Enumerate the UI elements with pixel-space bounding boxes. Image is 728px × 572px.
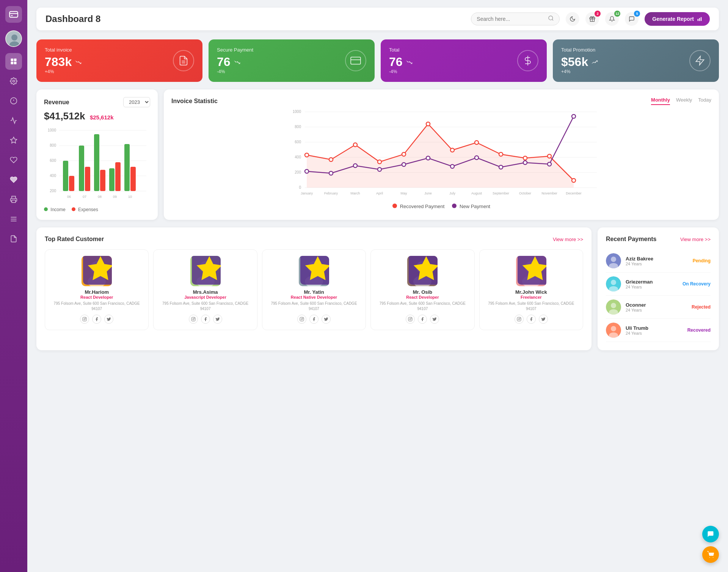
svg-point-141 bbox=[611, 257, 616, 262]
instagram-icon[interactable] bbox=[406, 315, 415, 324]
sidebar-item-settings[interactable] bbox=[5, 73, 22, 89]
svg-rect-44 bbox=[79, 146, 84, 191]
sidebar-item-menu[interactable] bbox=[5, 211, 22, 227]
sidebar-logo[interactable] bbox=[5, 6, 22, 23]
invoice-chart-header: Invoice Statistic Monthly Weekly Today bbox=[171, 97, 711, 105]
svg-marker-136 bbox=[522, 256, 546, 280]
income-dot bbox=[44, 207, 48, 211]
svg-point-102 bbox=[523, 161, 527, 165]
generate-report-button[interactable]: Generate Report bbox=[645, 12, 710, 26]
svg-text:October: October bbox=[519, 191, 531, 195]
payment-name: Uli Trumb bbox=[626, 325, 683, 331]
payment-status: On Recovery bbox=[682, 281, 711, 287]
customer-card: 4.2 Mr. Osib React Developer 795 Folsom … bbox=[370, 249, 474, 330]
sidebar-item-print[interactable] bbox=[5, 191, 22, 208]
svg-rect-51 bbox=[115, 162, 121, 191]
twitter-icon[interactable] bbox=[213, 315, 222, 324]
stat-card-invoice: Total invoice 783k +4% bbox=[36, 39, 202, 82]
instagram-icon[interactable] bbox=[189, 315, 198, 324]
svg-rect-54 bbox=[130, 167, 136, 191]
twitter-icon[interactable] bbox=[430, 315, 439, 324]
twitter-icon[interactable] bbox=[322, 315, 331, 324]
tab-today[interactable]: Today bbox=[698, 97, 711, 105]
bell-badge: 12 bbox=[614, 11, 620, 17]
rating-badge: 4.2 bbox=[409, 256, 438, 285]
payment-age: 24 Years bbox=[626, 331, 683, 335]
svg-text:December: December bbox=[566, 191, 582, 195]
svg-point-132 bbox=[411, 318, 412, 318]
instagram-icon[interactable] bbox=[80, 315, 89, 324]
stat-trend-promotion: +4% bbox=[561, 69, 598, 74]
dark-mode-toggle[interactable] bbox=[566, 12, 579, 26]
rating-badge: 4.2 bbox=[300, 256, 329, 285]
stat-value-invoice: 783k bbox=[45, 55, 82, 69]
payment-info: Aziz Bakree 24 Years bbox=[626, 256, 688, 266]
customer-avatar: 4.2 bbox=[190, 256, 221, 286]
svg-rect-24 bbox=[701, 17, 701, 21]
support-fab[interactable] bbox=[702, 526, 719, 542]
svg-text:800: 800 bbox=[295, 125, 301, 129]
revenue-chart-title: Revenue bbox=[44, 99, 69, 106]
twitter-icon[interactable] bbox=[104, 315, 113, 324]
instagram-icon[interactable] bbox=[515, 315, 524, 324]
sidebar-item-heart[interactable] bbox=[5, 152, 22, 168]
svg-point-144 bbox=[611, 280, 616, 285]
svg-text:09: 09 bbox=[113, 195, 117, 199]
customer-socials bbox=[484, 315, 578, 324]
year-select[interactable]: 2023 2022 2021 bbox=[123, 97, 150, 107]
payment-item: Aziz Bakree 24 Years Pending bbox=[606, 249, 711, 273]
customer-name: Mr. Yatin bbox=[267, 289, 361, 295]
facebook-icon[interactable] bbox=[201, 315, 210, 324]
sidebar bbox=[0, 0, 27, 572]
search-input[interactable] bbox=[477, 16, 545, 22]
avatar[interactable] bbox=[5, 30, 22, 47]
invoice-tabs: Monthly Weekly Today bbox=[651, 97, 711, 105]
svg-text:400: 400 bbox=[50, 174, 56, 178]
sidebar-item-heart2[interactable] bbox=[5, 171, 22, 188]
instagram-icon[interactable] bbox=[297, 315, 306, 324]
search-icon bbox=[548, 15, 554, 23]
customer-role: Javascript Developer bbox=[158, 295, 252, 299]
svg-text:600: 600 bbox=[50, 158, 56, 163]
facebook-icon[interactable] bbox=[527, 315, 536, 324]
stat-icon-total bbox=[517, 50, 538, 71]
bell-icon-btn[interactable]: 12 bbox=[605, 12, 619, 26]
main-content: Dashboard 8 bbox=[27, 0, 728, 572]
stat-trend-payment: -4% bbox=[217, 69, 253, 74]
svg-marker-30 bbox=[696, 56, 704, 65]
twitter-icon[interactable] bbox=[539, 315, 548, 324]
sidebar-item-info[interactable] bbox=[5, 92, 22, 109]
svg-point-152 bbox=[709, 557, 710, 558]
svg-rect-42 bbox=[69, 176, 74, 191]
gift-icon-btn[interactable]: 2 bbox=[585, 12, 599, 26]
search-box[interactable] bbox=[471, 13, 560, 25]
customer-address: 795 Folsom Ave, Suite 600 San Francisco,… bbox=[484, 301, 578, 312]
cart-fab[interactable] bbox=[702, 546, 719, 563]
sidebar-item-favorites[interactable] bbox=[5, 132, 22, 149]
facebook-icon[interactable] bbox=[309, 315, 318, 324]
payments-view-more[interactable]: View more >> bbox=[680, 237, 711, 242]
recovered-legend: Recovered Payment bbox=[392, 204, 444, 209]
sidebar-item-doc[interactable] bbox=[5, 230, 22, 247]
svg-point-99 bbox=[450, 165, 454, 168]
sidebar-item-analytics[interactable] bbox=[5, 112, 22, 129]
svg-text:06: 06 bbox=[67, 195, 71, 199]
tab-weekly[interactable]: Weekly bbox=[676, 97, 692, 105]
svg-point-94 bbox=[329, 171, 333, 175]
sidebar-item-dashboard[interactable] bbox=[5, 53, 22, 70]
svg-text:1000: 1000 bbox=[48, 128, 56, 132]
customers-grid: 4.2 Mr.Hariom React Developer 795 Folsom… bbox=[45, 249, 583, 330]
svg-point-89 bbox=[499, 152, 503, 156]
rating-badge: 4.2 bbox=[192, 256, 221, 285]
facebook-icon[interactable] bbox=[92, 315, 101, 324]
svg-line-19 bbox=[552, 19, 553, 20]
facebook-icon[interactable] bbox=[418, 315, 427, 324]
svg-text:200: 200 bbox=[50, 189, 56, 193]
payment-item: Griezerman 24 Years On Recovery bbox=[606, 273, 711, 296]
customers-view-more[interactable]: View more >> bbox=[553, 237, 583, 242]
svg-point-138 bbox=[518, 318, 520, 320]
new-payment-legend: New Payment bbox=[452, 204, 490, 209]
tab-monthly[interactable]: Monthly bbox=[651, 97, 670, 105]
chat-icon-btn[interactable]: 5 bbox=[625, 12, 639, 26]
svg-point-117 bbox=[193, 318, 194, 320]
